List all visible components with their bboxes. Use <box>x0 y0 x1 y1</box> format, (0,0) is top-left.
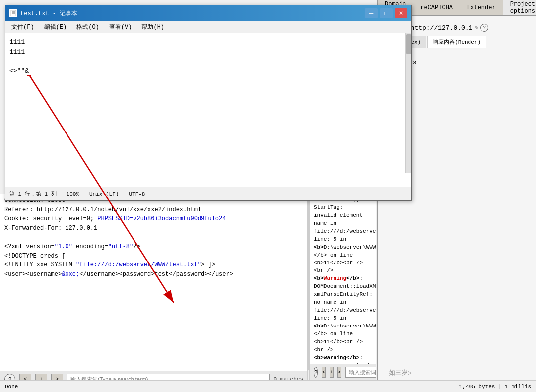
notepad-scrollbar[interactable] <box>405 33 411 173</box>
tab-render[interactable]: 响应内容(Render) <box>427 36 486 48</box>
notepad-content-area[interactable]: 1111 1111 <>""& <box>5 33 411 187</box>
menu-view[interactable]: 查看(V) <box>105 22 136 32</box>
menu-edit[interactable]: 编辑(E) <box>40 22 71 32</box>
req-line-entity: <!ENTITY xxe SYSTEM "file:///d:/webserve… <box>4 261 303 270</box>
notepad-line-ending: Unix (LF) <box>89 191 119 197</box>
req-line-blank1 <box>4 233 303 242</box>
response-panel: ent::loadXML(): StartTag: invalid elemen… <box>309 194 376 380</box>
watermark: 如三岁▷ <box>389 368 412 377</box>
notepad-statusbar: 第 1 行，第 1 列 100% Unix (LF) UTF-8 <box>5 187 411 200</box>
response-help-button[interactable]: ? <box>314 367 318 378</box>
req-line-cookie: Cookie: security_level=0; PHPSESSID=v2ub… <box>4 214 303 224</box>
response-content: ent::loadXML(): StartTag: invalid elemen… <box>310 194 376 364</box>
response-statusbar: ? < + > 0 matches <box>310 364 376 380</box>
maximize-button[interactable]: □ <box>380 8 393 18</box>
notepad-window: test.txt - 记事本 ─ □ ✕ 文件(F) 编辑(E) 格式(O) 查… <box>5 5 412 201</box>
notepad-app-icon <box>9 9 17 17</box>
panel-divider[interactable] <box>307 194 309 370</box>
svg-rect-0 <box>11 10 16 16</box>
response-nav-next[interactable]: > <box>337 367 341 378</box>
status-done: Done <box>5 384 18 390</box>
edit-icon[interactable]: ✎ <box>474 24 478 32</box>
notepad-zoom: 100% <box>67 191 79 197</box>
burp-window: Domain Hunter reCAPTCHA Extender Project… <box>0 0 536 392</box>
req-line-referer: Referer: http://127.0.0.1/noteb/vul/xxe/… <box>4 205 303 215</box>
help-icon[interactable]: ? <box>480 24 488 32</box>
tab-project-options[interactable]: Project options <box>503 0 536 15</box>
close-button[interactable]: ✕ <box>395 8 407 18</box>
menu-format[interactable]: 格式(O) <box>72 22 103 32</box>
req-line-doctype: <!DOCTYPE creds [ <box>4 252 303 261</box>
tab-extender[interactable]: Extender <box>460 0 503 15</box>
request-panel: Connection: close Referer: http://127.0.… <box>0 194 308 387</box>
menu-help[interactable]: 帮助(H) <box>137 22 168 32</box>
response-nav-prev[interactable]: < <box>322 367 326 378</box>
notepad-menubar: 文件(F) 编辑(E) 格式(O) 查看(V) 帮助(H) <box>5 21 411 33</box>
minimize-button[interactable]: ─ <box>365 8 378 18</box>
notepad-line-2: 1111 <box>9 47 407 57</box>
notepad-title: test.txt - 记事本 <box>20 9 77 18</box>
notepad-title-left: test.txt - 记事本 <box>9 9 77 18</box>
notepad-line-4: <>""& <box>9 66 407 76</box>
bytes-info: 1,495 bytes | 1 millis <box>459 384 531 390</box>
notepad-line-1: 1111 <box>9 37 407 47</box>
request-content: Connection: close Referer: http://127.0.… <box>0 194 307 371</box>
tab-recaptcha[interactable]: reCAPTCHA <box>413 0 460 15</box>
notepad-line-3 <box>9 57 407 66</box>
req-line-xml: <?xml version="1.0" encoding="utf-8"?> <box>4 242 303 252</box>
notepad-titlebar: test.txt - 记事本 ─ □ ✕ <box>5 5 411 21</box>
target-url: http://127.0.0.1 <box>411 24 473 32</box>
main-statusbar: Done 1,495 bytes | 1 millis <box>0 380 536 392</box>
req-line-user: <user><username>&xxe;</username><passwor… <box>4 270 303 279</box>
menu-file[interactable]: 文件(F) <box>7 22 38 32</box>
notepad-encoding: UTF-8 <box>129 191 145 197</box>
req-line-forwarded: X-Forwarded-For: 127.0.0.1 <box>4 224 303 233</box>
notepad-position: 第 1 行，第 1 列 <box>9 190 57 197</box>
notepad-window-controls: ─ □ ✕ <box>365 8 407 18</box>
scrollbar-thumb[interactable] <box>406 34 411 54</box>
response-search-input[interactable] <box>345 367 376 378</box>
response-nav-add[interactable]: + <box>330 367 334 378</box>
